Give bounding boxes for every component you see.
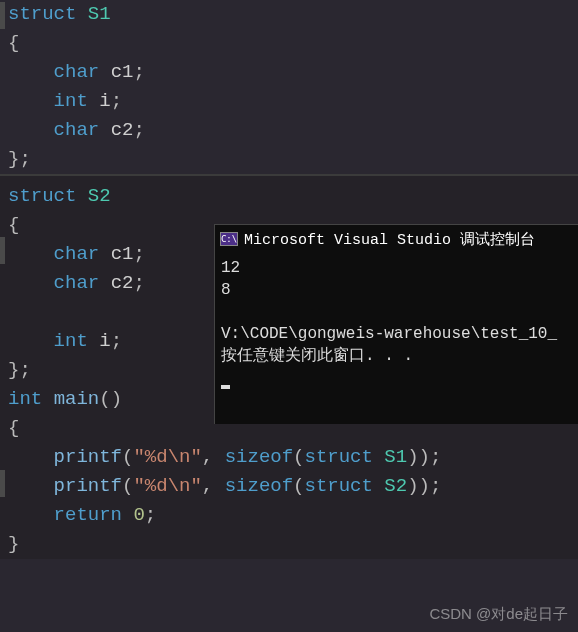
console-title: Microsoft Visual Studio 调试控制台 <box>244 230 535 249</box>
console-cursor <box>221 385 230 389</box>
watermark: CSDN @对de起日子 <box>429 605 568 624</box>
code-line: char c2; <box>0 116 578 145</box>
code-line: printf("%d\n", sizeof(struct S1)); <box>0 443 578 472</box>
code-line: printf("%d\n", sizeof(struct S2)); <box>0 472 578 501</box>
console-titlebar[interactable]: C:\ Microsoft Visual Studio 调试控制台 <box>215 225 578 253</box>
output-line: 8 <box>221 281 231 299</box>
code-line: struct S2 <box>0 182 578 211</box>
output-line: 12 <box>221 259 240 277</box>
code-line: return 0; <box>0 501 578 530</box>
type-name: S1 <box>88 3 111 25</box>
collapse-glyph[interactable] <box>0 237 5 264</box>
console-icon: C:\ <box>220 232 238 246</box>
keyword-struct: struct <box>8 3 76 25</box>
collapse-glyph[interactable] <box>0 470 5 497</box>
code-line: { <box>0 29 578 58</box>
output-path: V:\CODE\gongweis-warehouse\test_10_ <box>221 325 557 343</box>
code-line: }; <box>0 145 578 174</box>
code-line: } <box>0 530 578 559</box>
output-prompt: 按任意键关闭此窗口. . . <box>221 347 413 365</box>
code-line: int i; <box>0 87 578 116</box>
code-line: struct S1 <box>0 0 578 29</box>
console-output: 12 8 V:\CODE\gongweis-warehouse\test_10_… <box>215 253 578 393</box>
debug-console-window[interactable]: C:\ Microsoft Visual Studio 调试控制台 12 8 V… <box>214 224 578 424</box>
collapse-glyph[interactable] <box>0 2 5 29</box>
code-editor: struct S1 { char c1; int i; char c2; }; … <box>0 0 578 632</box>
code-line: char c1; <box>0 58 578 87</box>
